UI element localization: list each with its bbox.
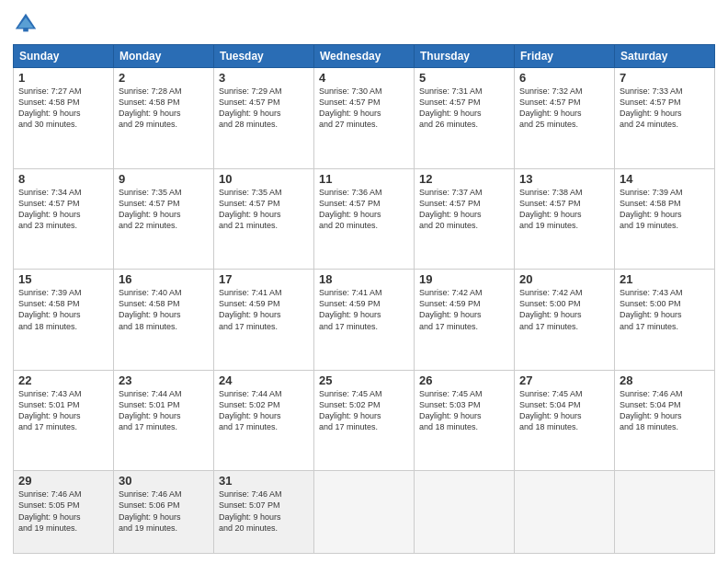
- day-info: Sunrise: 7:44 AM Sunset: 5:01 PM Dayligh…: [119, 388, 209, 433]
- calendar-cell: [515, 471, 615, 554]
- weekday-header-friday: Friday: [515, 45, 615, 68]
- day-number: 10: [219, 172, 309, 186]
- day-info: Sunrise: 7:42 AM Sunset: 5:00 PM Dayligh…: [519, 287, 609, 332]
- calendar-cell: 26Sunrise: 7:45 AM Sunset: 5:03 PM Dayli…: [415, 370, 515, 471]
- day-info: Sunrise: 7:38 AM Sunset: 4:57 PM Dayligh…: [519, 187, 609, 232]
- day-number: 16: [119, 272, 209, 286]
- weekday-header-thursday: Thursday: [415, 45, 515, 68]
- calendar-cell: 22Sunrise: 7:43 AM Sunset: 5:01 PM Dayli…: [14, 370, 114, 471]
- calendar-cell: 17Sunrise: 7:41 AM Sunset: 4:59 PM Dayli…: [214, 270, 314, 371]
- calendar-cell: 5Sunrise: 7:31 AM Sunset: 4:57 PM Daylig…: [415, 68, 515, 169]
- day-info: Sunrise: 7:43 AM Sunset: 5:01 PM Dayligh…: [18, 388, 108, 433]
- day-number: 21: [620, 272, 710, 286]
- day-info: Sunrise: 7:40 AM Sunset: 4:58 PM Dayligh…: [119, 287, 209, 332]
- calendar-cell: 6Sunrise: 7:32 AM Sunset: 4:57 PM Daylig…: [515, 68, 615, 169]
- day-info: Sunrise: 7:30 AM Sunset: 4:57 PM Dayligh…: [319, 86, 409, 131]
- day-info: Sunrise: 7:36 AM Sunset: 4:57 PM Dayligh…: [319, 187, 409, 232]
- day-info: Sunrise: 7:45 AM Sunset: 5:02 PM Dayligh…: [319, 388, 409, 433]
- day-info: Sunrise: 7:41 AM Sunset: 4:59 PM Dayligh…: [319, 287, 409, 332]
- day-number: 13: [519, 172, 609, 186]
- day-number: 7: [620, 71, 710, 85]
- day-info: Sunrise: 7:35 AM Sunset: 4:57 PM Dayligh…: [119, 187, 209, 232]
- day-number: 1: [18, 71, 108, 85]
- weekday-header-wednesday: Wednesday: [314, 45, 415, 68]
- day-info: Sunrise: 7:43 AM Sunset: 5:00 PM Dayligh…: [620, 287, 710, 332]
- day-info: Sunrise: 7:27 AM Sunset: 4:58 PM Dayligh…: [18, 86, 108, 131]
- week-row-4: 22Sunrise: 7:43 AM Sunset: 5:01 PM Dayli…: [14, 370, 715, 471]
- calendar-cell: 7Sunrise: 7:33 AM Sunset: 4:57 PM Daylig…: [615, 68, 715, 169]
- day-number: 20: [519, 272, 609, 286]
- weekday-header-monday: Monday: [114, 45, 214, 68]
- calendar-cell: 11Sunrise: 7:36 AM Sunset: 4:57 PM Dayli…: [314, 168, 415, 270]
- day-info: Sunrise: 7:39 AM Sunset: 4:58 PM Dayligh…: [18, 287, 108, 332]
- calendar-cell: 27Sunrise: 7:45 AM Sunset: 5:04 PM Dayli…: [515, 370, 615, 471]
- day-number: 22: [18, 373, 108, 387]
- calendar-cell: 19Sunrise: 7:42 AM Sunset: 4:59 PM Dayli…: [415, 270, 515, 371]
- day-number: 4: [319, 71, 409, 85]
- week-row-5: 29Sunrise: 7:46 AM Sunset: 5:05 PM Dayli…: [14, 471, 715, 554]
- calendar-cell: 9Sunrise: 7:35 AM Sunset: 4:57 PM Daylig…: [114, 168, 214, 270]
- day-info: Sunrise: 7:46 AM Sunset: 5:04 PM Dayligh…: [620, 388, 710, 433]
- calendar-cell: 8Sunrise: 7:34 AM Sunset: 4:57 PM Daylig…: [14, 168, 114, 270]
- day-number: 6: [519, 71, 609, 85]
- calendar-cell: 12Sunrise: 7:37 AM Sunset: 4:57 PM Dayli…: [415, 168, 515, 270]
- day-info: Sunrise: 7:31 AM Sunset: 4:57 PM Dayligh…: [419, 86, 509, 131]
- header-row: [13, 11, 715, 37]
- calendar-cell: 29Sunrise: 7:46 AM Sunset: 5:05 PM Dayli…: [14, 471, 114, 554]
- weekday-header-sunday: Sunday: [14, 45, 114, 68]
- day-number: 8: [18, 172, 108, 186]
- day-number: 18: [319, 272, 409, 286]
- day-number: 15: [18, 272, 108, 286]
- day-number: 29: [18, 474, 108, 488]
- calendar-cell: 28Sunrise: 7:46 AM Sunset: 5:04 PM Dayli…: [615, 370, 715, 471]
- calendar-cell: 21Sunrise: 7:43 AM Sunset: 5:00 PM Dayli…: [615, 270, 715, 371]
- day-info: Sunrise: 7:46 AM Sunset: 5:07 PM Dayligh…: [219, 488, 309, 534]
- calendar-cell: 30Sunrise: 7:46 AM Sunset: 5:06 PM Dayli…: [114, 471, 214, 554]
- day-number: 2: [119, 71, 209, 85]
- main-container: SundayMondayTuesdayWednesdayThursdayFrid…: [0, 0, 728, 563]
- weekday-header-row: SundayMondayTuesdayWednesdayThursdayFrid…: [14, 45, 715, 68]
- weekday-header-saturday: Saturday: [615, 45, 715, 68]
- week-row-1: 1Sunrise: 7:27 AM Sunset: 4:58 PM Daylig…: [14, 68, 715, 169]
- calendar-cell: 16Sunrise: 7:40 AM Sunset: 4:58 PM Dayli…: [114, 270, 214, 371]
- day-info: Sunrise: 7:28 AM Sunset: 4:58 PM Dayligh…: [119, 86, 209, 131]
- calendar-cell: 2Sunrise: 7:28 AM Sunset: 4:58 PM Daylig…: [114, 68, 214, 169]
- week-row-3: 15Sunrise: 7:39 AM Sunset: 4:58 PM Dayli…: [14, 270, 715, 371]
- day-number: 5: [419, 71, 509, 85]
- day-number: 31: [219, 474, 309, 488]
- calendar-cell: 4Sunrise: 7:30 AM Sunset: 4:57 PM Daylig…: [314, 68, 415, 169]
- calendar-cell: [415, 471, 515, 554]
- weekday-header-tuesday: Tuesday: [214, 45, 314, 68]
- day-number: 27: [519, 373, 609, 387]
- day-info: Sunrise: 7:45 AM Sunset: 5:04 PM Dayligh…: [519, 388, 609, 433]
- calendar-cell: 25Sunrise: 7:45 AM Sunset: 5:02 PM Dayli…: [314, 370, 415, 471]
- day-info: Sunrise: 7:29 AM Sunset: 4:57 PM Dayligh…: [219, 86, 309, 131]
- day-info: Sunrise: 7:39 AM Sunset: 4:58 PM Dayligh…: [620, 187, 710, 232]
- calendar-cell: 18Sunrise: 7:41 AM Sunset: 4:59 PM Dayli…: [314, 270, 415, 371]
- calendar-table: SundayMondayTuesdayWednesdayThursdayFrid…: [13, 44, 715, 554]
- day-number: 12: [419, 172, 509, 186]
- day-info: Sunrise: 7:33 AM Sunset: 4:57 PM Dayligh…: [620, 86, 710, 131]
- day-info: Sunrise: 7:46 AM Sunset: 5:06 PM Dayligh…: [119, 488, 209, 534]
- day-number: 3: [219, 71, 309, 85]
- calendar-cell: [615, 471, 715, 554]
- day-info: Sunrise: 7:32 AM Sunset: 4:57 PM Dayligh…: [519, 86, 609, 131]
- day-info: Sunrise: 7:37 AM Sunset: 4:57 PM Dayligh…: [419, 187, 509, 232]
- day-number: 26: [419, 373, 509, 387]
- day-info: Sunrise: 7:41 AM Sunset: 4:59 PM Dayligh…: [219, 287, 309, 332]
- week-row-2: 8Sunrise: 7:34 AM Sunset: 4:57 PM Daylig…: [14, 168, 715, 270]
- day-number: 30: [119, 474, 209, 488]
- day-info: Sunrise: 7:42 AM Sunset: 4:59 PM Dayligh…: [419, 287, 509, 332]
- calendar-cell: 15Sunrise: 7:39 AM Sunset: 4:58 PM Dayli…: [14, 270, 114, 371]
- calendar-cell: 24Sunrise: 7:44 AM Sunset: 5:02 PM Dayli…: [214, 370, 314, 471]
- calendar-cell: 14Sunrise: 7:39 AM Sunset: 4:58 PM Dayli…: [615, 168, 715, 270]
- day-info: Sunrise: 7:46 AM Sunset: 5:05 PM Dayligh…: [18, 488, 108, 534]
- day-number: 14: [620, 172, 710, 186]
- calendar-cell: 3Sunrise: 7:29 AM Sunset: 4:57 PM Daylig…: [214, 68, 314, 169]
- day-number: 25: [319, 373, 409, 387]
- day-number: 11: [319, 172, 409, 186]
- svg-rect-2: [23, 28, 28, 31]
- logo: [13, 11, 42, 37]
- calendar-cell: [314, 471, 415, 554]
- calendar-cell: 1Sunrise: 7:27 AM Sunset: 4:58 PM Daylig…: [14, 68, 114, 169]
